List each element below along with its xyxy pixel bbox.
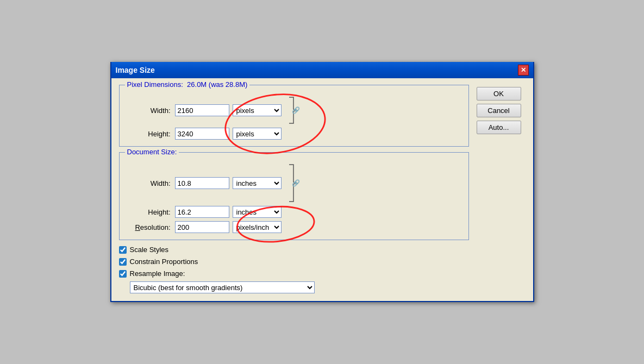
resample-method-select[interactable]: Bicubic (best for smooth gradients) Near… <box>130 281 315 293</box>
scale-styles-checkbox[interactable] <box>119 246 127 254</box>
doc-height-unit-wrap: inches cm mm points picas percent <box>233 206 282 218</box>
close-button[interactable]: ✕ <box>518 65 529 76</box>
doc-width-unit-select[interactable]: inches cm mm points picas percent <box>233 177 282 189</box>
document-size-legend: Document Size: <box>125 148 179 156</box>
scale-styles-label[interactable]: Scale Styles <box>130 246 169 254</box>
constrain-proportions-row: Constrain Proportions <box>119 258 469 266</box>
pixel-width-unit-wrap: pixels percent <box>233 104 282 116</box>
doc-width-row: Width: inches cm mm points picas percent <box>126 164 462 203</box>
doc-resolution-input[interactable] <box>175 221 229 233</box>
doc-chain-link-icon: 🔗 <box>292 179 300 187</box>
resample-select-wrap: Bicubic (best for smooth gradients) Near… <box>119 281 469 293</box>
left-panel: Pixel Dimensions: 26.0M (was 28.8M) Widt… <box>119 85 469 293</box>
scale-styles-row: Scale Styles <box>119 246 469 254</box>
chain-link-icon: 🔗 <box>292 106 300 114</box>
resample-checkbox[interactable] <box>119 270 127 278</box>
pixel-link-bracket: 🔗 <box>286 96 297 124</box>
constrain-proportions-label[interactable]: Constrain Proportions <box>130 258 198 266</box>
doc-width-unit-wrap: inches cm mm points picas percent <box>233 177 282 189</box>
doc-resolution-unit-select[interactable]: pixels/inch pixels/cm <box>233 221 282 233</box>
pixel-height-unit-select[interactable]: pixels percent <box>233 128 282 140</box>
doc-width-input[interactable] <box>175 177 229 189</box>
dialog-body: Pixel Dimensions: 26.0M (was 28.8M) Widt… <box>111 78 533 301</box>
pixel-width-unit-select[interactable]: pixels percent <box>233 104 282 116</box>
pixel-dimensions-legend: Pixel Dimensions: 26.0M (was 28.8M) <box>125 80 250 89</box>
doc-height-label: Height: <box>126 208 175 216</box>
auto-button[interactable]: Auto... <box>477 121 521 134</box>
pixel-width-row: Width: pixels percent <box>126 96 462 124</box>
cancel-button[interactable]: Cancel <box>477 104 521 117</box>
pixel-height-input[interactable] <box>175 128 229 140</box>
constrain-proportions-checkbox[interactable] <box>119 258 127 266</box>
doc-height-row: Height: inches cm mm points picas percen… <box>126 206 462 218</box>
doc-link-bracket: 🔗 <box>286 164 297 203</box>
doc-resolution-row: Resolution: pixels/inch pixels/cm <box>126 221 462 233</box>
pixel-width-input[interactable] <box>175 104 229 116</box>
pixel-height-label: Height: <box>126 130 175 138</box>
doc-width-label: Width: <box>126 179 175 187</box>
ok-button[interactable]: OK <box>477 87 521 101</box>
doc-height-input[interactable] <box>175 206 229 218</box>
pixel-dimensions-group: Pixel Dimensions: 26.0M (was 28.8M) Widt… <box>119 85 469 147</box>
doc-height-unit-select[interactable]: inches cm mm points picas percent <box>233 206 282 218</box>
right-panel: OK Cancel Auto... <box>477 85 526 293</box>
document-size-group: Document Size: Width: inches cm mm <box>119 152 469 240</box>
doc-resolution-unit-wrap: pixels/inch pixels/cm <box>233 221 282 233</box>
pixel-height-row: Height: pixels percent <box>126 128 462 140</box>
title-bar: Image Size ✕ <box>111 62 533 78</box>
pixel-height-unit-wrap: pixels percent <box>233 128 282 140</box>
dialog-title: Image Size <box>116 66 155 74</box>
pixel-width-label: Width: <box>126 106 175 115</box>
resample-row: Resample Image: <box>119 269 469 278</box>
doc-resolution-label: Resolution: <box>126 223 175 231</box>
resample-label[interactable]: Resample Image: <box>130 269 185 278</box>
